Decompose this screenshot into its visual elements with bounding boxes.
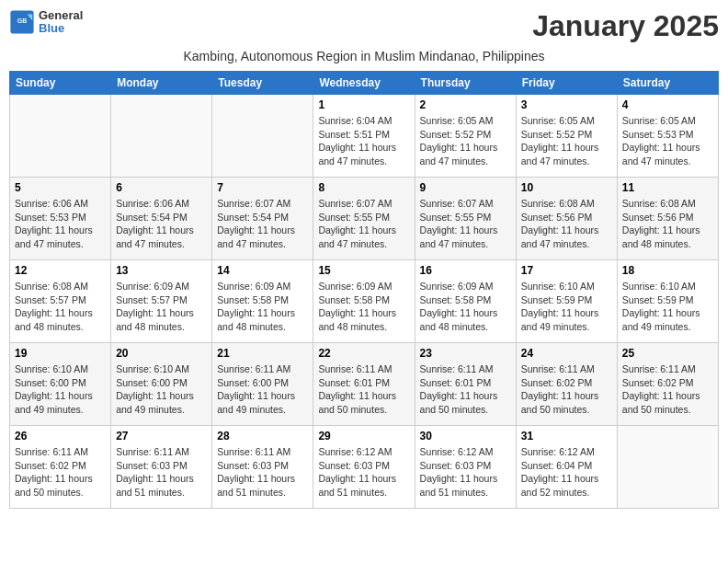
day-info: Sunrise: 6:06 AM Sunset: 5:54 PM Dayligh… [116,197,207,251]
svg-text:GB: GB [17,18,28,25]
calendar-cell: 6Sunrise: 6:06 AM Sunset: 5:54 PM Daylig… [111,178,212,260]
day-number: 7 [217,181,308,194]
day-number: 16 [420,264,511,277]
day-number: 19 [15,347,106,360]
day-number: 20 [116,347,207,360]
calendar-cell: 28Sunrise: 6:11 AM Sunset: 6:03 PM Dayli… [212,426,313,509]
day-info: Sunrise: 6:08 AM Sunset: 5:56 PM Dayligh… [521,197,612,251]
day-info: Sunrise: 6:07 AM Sunset: 5:54 PM Dayligh… [217,197,308,251]
day-number: 26 [15,430,106,442]
day-info: Sunrise: 6:08 AM Sunset: 5:56 PM Dayligh… [622,197,713,251]
weekday-header-wednesday: Wednesday [313,72,415,95]
calendar-cell: 11Sunrise: 6:08 AM Sunset: 5:56 PM Dayli… [617,178,718,260]
day-number: 18 [622,264,713,277]
day-info: Sunrise: 6:05 AM Sunset: 5:53 PM Dayligh… [622,114,713,168]
day-number: 2 [420,98,511,111]
calendar-cell: 14Sunrise: 6:09 AM Sunset: 5:58 PM Dayli… [212,260,313,343]
calendar-cell: 17Sunrise: 6:10 AM Sunset: 5:59 PM Dayli… [516,260,617,343]
calendar-cell: 27Sunrise: 6:11 AM Sunset: 6:03 PM Dayli… [111,426,212,509]
calendar-cell: 18Sunrise: 6:10 AM Sunset: 5:59 PM Dayli… [617,260,718,343]
weekday-header-friday: Friday [516,72,617,95]
day-info: Sunrise: 6:09 AM Sunset: 5:57 PM Dayligh… [116,280,207,334]
day-info: Sunrise: 6:10 AM Sunset: 5:59 PM Dayligh… [521,280,612,334]
logo-text: General Blue [39,9,83,36]
calendar-cell: 4Sunrise: 6:05 AM Sunset: 5:53 PM Daylig… [617,95,718,178]
day-number: 21 [217,347,308,360]
day-info: Sunrise: 6:10 AM Sunset: 5:59 PM Dayligh… [622,280,713,334]
calendar-cell: 1Sunrise: 6:04 AM Sunset: 5:51 PM Daylig… [313,95,415,178]
day-number: 15 [318,264,409,277]
calendar-cell: 9Sunrise: 6:07 AM Sunset: 5:55 PM Daylig… [415,178,516,260]
calendar-table: SundayMondayTuesdayWednesdayThursdayFrid… [9,71,719,509]
logo-line1: General [39,9,83,22]
day-number: 30 [420,430,511,442]
day-info: Sunrise: 6:09 AM Sunset: 5:58 PM Dayligh… [420,280,511,334]
calendar-cell: 8Sunrise: 6:07 AM Sunset: 5:55 PM Daylig… [313,178,415,260]
day-info: Sunrise: 6:09 AM Sunset: 5:58 PM Dayligh… [217,280,308,334]
calendar-cell: 23Sunrise: 6:11 AM Sunset: 6:01 PM Dayli… [415,343,516,426]
day-number: 10 [521,181,612,194]
calendar-cell: 16Sunrise: 6:09 AM Sunset: 5:58 PM Dayli… [415,260,516,343]
calendar-cell: 26Sunrise: 6:11 AM Sunset: 6:02 PM Dayli… [10,426,111,509]
day-number: 24 [521,347,612,360]
logo-icon: GB [9,9,35,35]
day-info: Sunrise: 6:11 AM Sunset: 6:03 PM Dayligh… [217,445,308,500]
day-number: 17 [521,264,612,277]
calendar-cell: 24Sunrise: 6:11 AM Sunset: 6:02 PM Dayli… [516,343,617,426]
calendar-cell [212,95,313,178]
day-info: Sunrise: 6:11 AM Sunset: 6:02 PM Dayligh… [521,362,612,417]
weekday-header-sunday: Sunday [10,72,111,95]
calendar-cell: 7Sunrise: 6:07 AM Sunset: 5:54 PM Daylig… [212,178,313,260]
day-number: 3 [521,98,612,111]
day-info: Sunrise: 6:11 AM Sunset: 6:01 PM Dayligh… [420,362,511,417]
day-info: Sunrise: 6:11 AM Sunset: 6:03 PM Dayligh… [116,445,207,500]
day-number: 12 [15,264,106,277]
calendar-cell: 31Sunrise: 6:12 AM Sunset: 6:04 PM Dayli… [516,426,617,509]
day-info: Sunrise: 6:05 AM Sunset: 5:52 PM Dayligh… [521,114,612,168]
day-info: Sunrise: 6:08 AM Sunset: 5:57 PM Dayligh… [15,280,106,334]
day-info: Sunrise: 6:12 AM Sunset: 6:03 PM Dayligh… [420,445,511,500]
calendar-cell: 5Sunrise: 6:06 AM Sunset: 5:53 PM Daylig… [10,178,111,260]
calendar-cell: 15Sunrise: 6:09 AM Sunset: 5:58 PM Dayli… [313,260,415,343]
day-number: 4 [622,98,713,111]
calendar-cell: 30Sunrise: 6:12 AM Sunset: 6:03 PM Dayli… [415,426,516,509]
day-number: 28 [217,430,308,442]
day-info: Sunrise: 6:07 AM Sunset: 5:55 PM Dayligh… [318,197,409,251]
day-number: 23 [420,347,511,360]
weekday-header-saturday: Saturday [617,72,718,95]
day-number: 11 [622,181,713,194]
day-number: 25 [622,347,713,360]
day-info: Sunrise: 6:11 AM Sunset: 6:00 PM Dayligh… [217,362,308,417]
day-info: Sunrise: 6:10 AM Sunset: 6:00 PM Dayligh… [15,362,106,417]
calendar-cell [617,426,718,509]
day-info: Sunrise: 6:12 AM Sunset: 6:04 PM Dayligh… [521,445,612,500]
day-number: 13 [116,264,207,277]
day-info: Sunrise: 6:10 AM Sunset: 6:00 PM Dayligh… [116,362,207,417]
day-info: Sunrise: 6:06 AM Sunset: 5:53 PM Dayligh… [15,197,106,251]
calendar-cell: 25Sunrise: 6:11 AM Sunset: 6:02 PM Dayli… [617,343,718,426]
logo: GB General Blue [9,9,83,36]
day-info: Sunrise: 6:11 AM Sunset: 6:02 PM Dayligh… [15,445,106,500]
day-number: 29 [318,430,409,442]
logo-line2: Blue [39,22,83,35]
calendar-cell: 10Sunrise: 6:08 AM Sunset: 5:56 PM Dayli… [516,178,617,260]
day-number: 31 [521,430,612,442]
day-info: Sunrise: 6:11 AM Sunset: 6:02 PM Dayligh… [622,362,713,417]
calendar-cell: 19Sunrise: 6:10 AM Sunset: 6:00 PM Dayli… [10,343,111,426]
calendar-cell: 2Sunrise: 6:05 AM Sunset: 5:52 PM Daylig… [415,95,516,178]
calendar-cell: 22Sunrise: 6:11 AM Sunset: 6:01 PM Dayli… [313,343,415,426]
weekday-header-thursday: Thursday [415,72,516,95]
day-number: 8 [318,181,409,194]
weekday-header-monday: Monday [111,72,212,95]
calendar-cell [10,95,111,178]
day-info: Sunrise: 6:05 AM Sunset: 5:52 PM Dayligh… [420,114,511,168]
day-number: 27 [116,430,207,442]
day-info: Sunrise: 6:11 AM Sunset: 6:01 PM Dayligh… [318,362,409,417]
day-info: Sunrise: 6:04 AM Sunset: 5:51 PM Dayligh… [318,114,409,168]
calendar-cell: 20Sunrise: 6:10 AM Sunset: 6:00 PM Dayli… [111,343,212,426]
calendar-cell: 13Sunrise: 6:09 AM Sunset: 5:57 PM Dayli… [111,260,212,343]
calendar-subtitle: Kambing, Autonomous Region in Muslim Min… [9,49,719,63]
calendar-cell: 21Sunrise: 6:11 AM Sunset: 6:00 PM Dayli… [212,343,313,426]
day-number: 6 [116,181,207,194]
day-number: 1 [318,98,409,111]
